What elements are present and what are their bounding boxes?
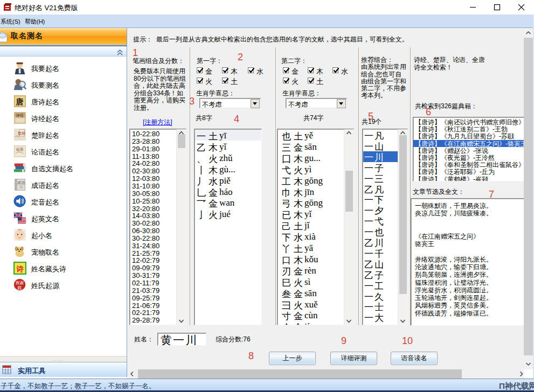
svg-text:楚辞: 楚辞 bbox=[18, 131, 25, 136]
svg-text:论语: 论语 bbox=[16, 147, 23, 152]
svg-text:唐: 唐 bbox=[15, 97, 24, 106]
svg-text:百家: 百家 bbox=[16, 281, 24, 285]
svg-text:成语: 成语 bbox=[17, 180, 25, 185]
svg-text:诗: 诗 bbox=[16, 265, 24, 273]
svg-text:姓: 姓 bbox=[18, 285, 22, 290]
svg-text:诗经: 诗经 bbox=[16, 113, 23, 118]
